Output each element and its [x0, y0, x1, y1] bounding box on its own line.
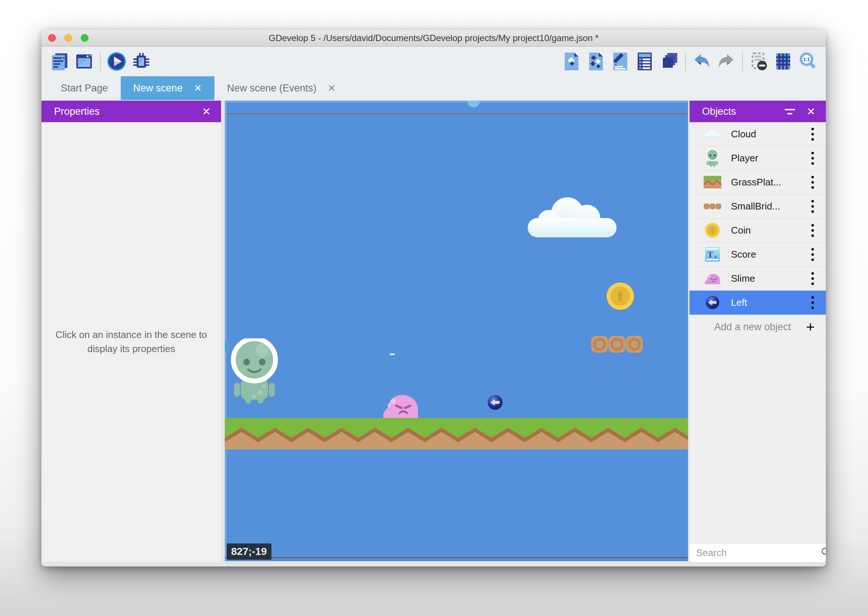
coin-sprite[interactable]: [606, 282, 634, 310]
project-manager-icon[interactable]: [49, 51, 70, 72]
plus-icon: +: [806, 319, 815, 334]
redo-icon[interactable]: [715, 51, 737, 72]
cursor-coordinates-badge: 827;-19: [226, 544, 271, 560]
object-menu-icon[interactable]: [810, 270, 815, 286]
selection-handle[interactable]: [467, 101, 480, 107]
maximize-window-button[interactable]: [81, 34, 88, 42]
export-object-icon[interactable]: [561, 51, 582, 72]
bridge-logs-icon: [702, 203, 723, 209]
objects-search-bar: [690, 544, 826, 562]
object-row-player[interactable]: Player: [690, 146, 826, 170]
toolbar: 1:1: [41, 47, 826, 76]
instances-list-icon[interactable]: [659, 51, 680, 72]
search-icon: [820, 547, 826, 559]
slime-sprite[interactable]: [382, 392, 419, 418]
edit-scene-icon[interactable]: [610, 51, 631, 72]
toggle-mask-icon[interactable]: [748, 51, 769, 72]
slime-icon: [702, 272, 723, 284]
debug-icon[interactable]: [131, 51, 152, 72]
close-window-button[interactable]: [48, 34, 56, 42]
svg-text:1:1: 1:1: [803, 57, 810, 62]
properties-panel: Properties ✕ Click on an instance in the…: [41, 101, 221, 562]
editor-content: Properties ✕ Click on an instance in the…: [41, 100, 826, 566]
grass-platform-icon: [702, 176, 723, 189]
properties-empty-message: Click on an instance in the scene to dis…: [55, 328, 208, 356]
cloud-sprite[interactable]: [526, 194, 618, 239]
scene-border-bottom: [225, 557, 688, 558]
close-tab-icon[interactable]: ✕: [194, 83, 202, 93]
canvas-edge: [225, 101, 226, 561]
grass-platform-sprite[interactable]: [225, 418, 688, 449]
tabbar: Start Page New scene ✕ New scene (Events…: [41, 76, 826, 100]
toolbar-divider: [742, 52, 743, 71]
object-row-score[interactable]: Tx Score: [690, 242, 826, 267]
tab-label: New scene (Events): [227, 83, 317, 94]
player-sprite[interactable]: [230, 338, 278, 405]
object-menu-icon[interactable]: [810, 150, 815, 166]
canvas-edge: [225, 101, 688, 102]
toolbar-divider: [685, 52, 686, 71]
search-input[interactable]: [696, 547, 820, 559]
toolbar-divider: [100, 52, 101, 71]
scene-border-top: [226, 113, 688, 115]
filter-icon[interactable]: [785, 109, 795, 115]
text-object-icon: Tx: [702, 247, 723, 262]
alien-player-icon: [702, 149, 723, 167]
properties-panel-title: Properties: [54, 106, 200, 117]
minimize-window-button[interactable]: [64, 34, 72, 42]
object-row-grassplatform[interactable]: GrassPlat...: [690, 170, 826, 194]
object-menu-icon[interactable]: [810, 174, 815, 190]
close-tab-icon[interactable]: ✕: [328, 83, 336, 93]
add-new-object-button[interactable]: Add a new object +: [690, 315, 826, 339]
object-row-slime[interactable]: Slime: [690, 267, 826, 291]
scene-window-icon[interactable]: [73, 51, 95, 72]
object-row-coin[interactable]: Coin: [690, 218, 826, 242]
objects-editor-icon[interactable]: [585, 51, 607, 72]
close-objects-icon[interactable]: ✕: [805, 105, 818, 118]
tab-start-page[interactable]: Start Page: [48, 76, 121, 100]
object-row-cloud[interactable]: Cloud: [690, 122, 826, 146]
titlebar: GDevelop 5 - /Users/david/Documents/GDev…: [41, 30, 826, 47]
layers-list-icon[interactable]: [634, 51, 656, 72]
selection-handle[interactable]: [225, 341, 231, 352]
tab-new-scene-events[interactable]: New scene (Events) ✕: [214, 76, 348, 100]
bridge-logs-sprite[interactable]: [591, 335, 643, 353]
gdevelop-window: GDevelop 5 - /Users/david/Documents/GDev…: [41, 30, 826, 566]
object-row-smallbridge[interactable]: SmallBrid...: [690, 194, 826, 218]
object-menu-icon[interactable]: [810, 126, 815, 142]
origin-point-marker: [390, 354, 395, 355]
zoom-1-1-icon[interactable]: 1:1: [797, 51, 818, 72]
tab-new-scene[interactable]: New scene ✕: [121, 76, 214, 100]
grid-icon[interactable]: [772, 51, 794, 72]
close-properties-icon[interactable]: ✕: [200, 105, 213, 118]
undo-icon[interactable]: [691, 51, 712, 72]
object-row-left[interactable]: Left: [690, 291, 826, 315]
object-menu-icon[interactable]: [810, 223, 815, 239]
window-title: GDevelop 5 - /Users/david/Documents/GDev…: [41, 33, 826, 43]
cloud-icon: [702, 129, 723, 139]
left-arrow-ball-sprite[interactable]: [487, 394, 503, 410]
play-icon[interactable]: [106, 51, 127, 72]
tab-label: New scene: [133, 83, 183, 94]
scene-canvas[interactable]: 827;-19: [225, 101, 688, 561]
objects-panel: Objects ✕ Cloud Player: [690, 101, 826, 562]
svg-text:x: x: [714, 254, 717, 259]
object-menu-icon[interactable]: [810, 247, 815, 262]
tab-label: Start Page: [61, 83, 108, 94]
object-menu-icon[interactable]: [810, 198, 815, 214]
coin-icon: [702, 223, 723, 238]
object-menu-icon[interactable]: [810, 295, 815, 311]
objects-panel-title: Objects: [702, 106, 785, 117]
left-arrow-ball-icon: [702, 295, 723, 310]
svg-text:T: T: [707, 250, 713, 259]
